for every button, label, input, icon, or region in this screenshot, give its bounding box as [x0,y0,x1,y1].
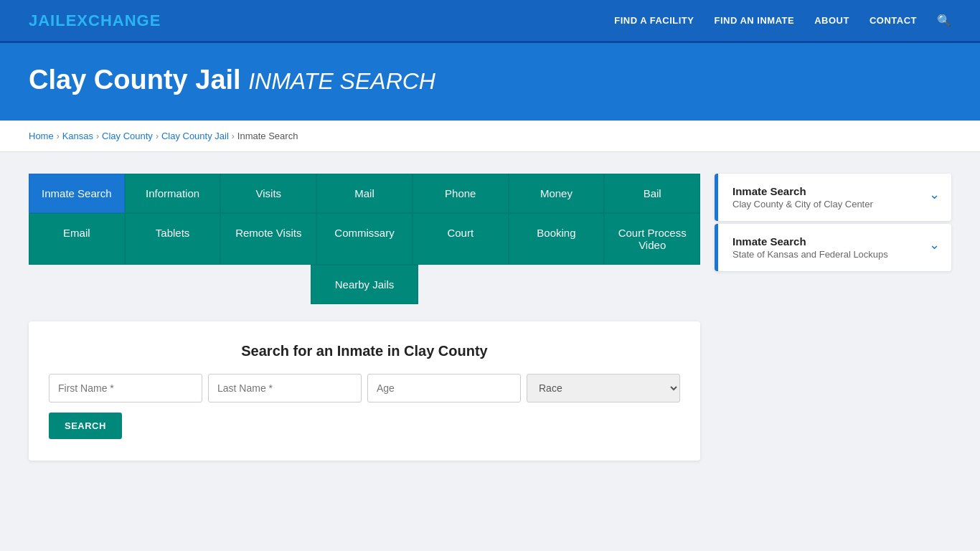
breadcrumb-sep-3: › [156,131,159,141]
tile-booking[interactable]: Booking [509,213,605,265]
sidebar-card-clay-county-subtitle: Clay County & City of Clay Center [732,199,873,209]
tile-remote-visits[interactable]: Remote Visits [220,213,316,265]
nav-contact[interactable]: CONTACT [870,15,917,26]
sidebar-card-clay-county: Inmate Search Clay County & City of Clay… [715,174,951,221]
nav-about[interactable]: ABOUT [814,15,849,26]
tile-commissary[interactable]: Commissary [316,213,413,265]
first-name-input[interactable] [49,374,202,402]
sidebar-card-kansas-federal-title: Inmate Search [732,235,888,248]
breadcrumb-sep-4: › [232,131,235,141]
sidebar-card-clay-county-title: Inmate Search [732,185,873,197]
tile-court[interactable]: Court [413,213,509,265]
nav-find-facility[interactable]: FIND A FACILITY [614,15,694,26]
search-form-title: Search for an Inmate in Clay County [49,343,680,359]
sidebar-card-kansas-federal-subtitle: State of Kansas and Federal Lockups [732,249,888,260]
tile-court-process-video[interactable]: Court Process Video [604,213,700,265]
breadcrumb: Home › Kansas › Clay County › Clay Count… [0,121,980,152]
breadcrumb-clay-county-jail[interactable]: Clay County Jail [161,131,229,141]
search-fields: Race White Black Hispanic Asian Other [49,374,680,402]
sidebar-card-kansas-federal: Inmate Search State of Kansas and Federa… [715,224,951,271]
hero-title-italic: INMATE SEARCH [248,68,435,94]
logo[interactable]: JAILEXCHANGE [29,11,161,30]
tile-information[interactable]: Information [125,174,221,213]
tiles-row-2: Email Tablets Remote Visits Commissary C… [29,213,700,265]
chevron-down-icon-2: ⌄ [929,237,940,253]
tile-mail[interactable]: Mail [316,174,413,213]
chevron-down-icon: ⌄ [929,187,940,202]
logo-jail: JAIL [29,11,66,29]
breadcrumb-current: Inmate Search [237,131,298,141]
main-content: Inmate Search Information Visits Mail Ph… [0,152,980,482]
last-name-input[interactable] [208,374,362,402]
nav-find-inmate[interactable]: FIND AN INMATE [714,15,794,26]
tiles-container: Inmate Search Information Visits Mail Ph… [29,174,700,304]
breadcrumb-sep-1: › [57,131,60,141]
breadcrumb-home[interactable]: Home [29,131,54,141]
page-title: Clay County Jail INMATE SEARCH [29,65,951,95]
sidebar-card-kansas-federal-header[interactable]: Inmate Search State of Kansas and Federa… [715,224,951,271]
sidebar-card-kansas-federal-text: Inmate Search State of Kansas and Federa… [732,235,888,260]
tile-tablets[interactable]: Tablets [125,213,221,265]
sidebar-card-clay-county-text: Inmate Search Clay County & City of Clay… [732,185,873,209]
tile-bail[interactable]: Bail [604,174,700,213]
nav-links: FIND A FACILITY FIND AN INMATE ABOUT CON… [614,14,951,27]
navbar: JAILEXCHANGE FIND A FACILITY FIND AN INM… [0,0,980,43]
tile-nearby-jails[interactable]: Nearby Jails [311,265,418,304]
race-select[interactable]: Race White Black Hispanic Asian Other [527,374,680,402]
breadcrumb-kansas[interactable]: Kansas [62,131,93,141]
search-section: Search for an Inmate in Clay County Race… [29,321,700,461]
tiles-row-1: Inmate Search Information Visits Mail Ph… [29,174,700,213]
breadcrumb-clay-county[interactable]: Clay County [102,131,153,141]
hero-banner: Clay County Jail INMATE SEARCH [0,43,980,121]
tile-phone[interactable]: Phone [413,174,509,213]
left-section: Inmate Search Information Visits Mail Ph… [29,174,700,461]
age-input[interactable] [367,374,521,402]
tile-inmate-search[interactable]: Inmate Search [29,174,125,213]
right-sidebar: Inmate Search Clay County & City of Clay… [715,174,951,274]
tile-visits[interactable]: Visits [220,174,316,213]
logo-exchange: EXCHANGE [66,11,161,29]
tiles-row-3: Nearby Jails [29,265,700,304]
breadcrumb-sep-2: › [96,131,99,141]
search-icon[interactable]: 🔍 [937,14,951,27]
tile-money[interactable]: Money [509,174,605,213]
tile-email[interactable]: Email [29,213,125,265]
hero-title-main: Clay County Jail [29,65,241,95]
search-button[interactable]: SEARCH [49,413,122,439]
sidebar-card-clay-county-header[interactable]: Inmate Search Clay County & City of Clay… [715,174,951,221]
